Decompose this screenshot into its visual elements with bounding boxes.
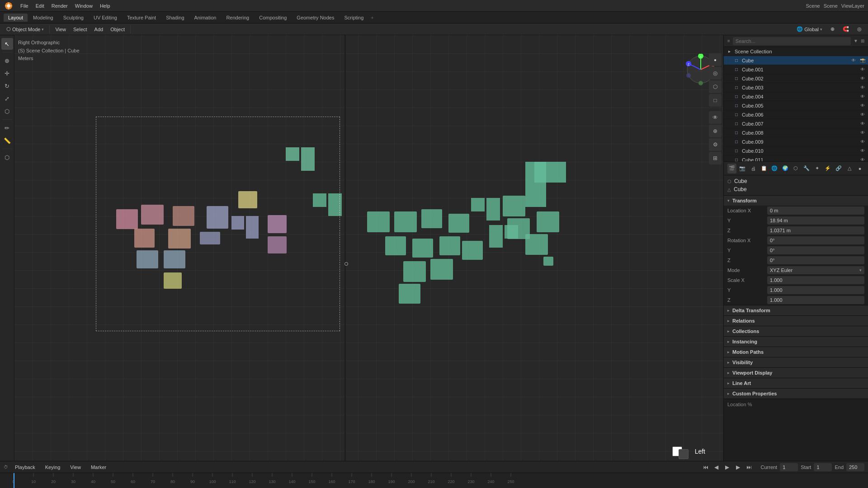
outliner-row-cube007[interactable]: □ Cube.007 👁 — [724, 119, 868, 128]
tool-measure[interactable]: 📏 — [1, 135, 13, 146]
cube010-eye[interactable]: 👁 — [859, 148, 866, 153]
viewport-material-btn[interactable]: ◎ — [709, 67, 722, 80]
viewport[interactable]: Right Orthographic (S) Scene Collection … — [14, 35, 723, 461]
tab-sculpting[interactable]: Sculpting — [59, 14, 88, 22]
outliner-row-cube003[interactable]: □ Cube.003 👁 — [724, 83, 868, 92]
tab-rendering[interactable]: Rendering — [222, 14, 254, 22]
custom-props-header[interactable]: ▸ Custom Properties — [724, 389, 868, 399]
props-tab-world[interactable]: 🌍 — [781, 164, 790, 174]
outliner-row-cube011[interactable]: □ Cube.011 👁 — [724, 155, 868, 162]
timeline-playhead[interactable] — [14, 473, 14, 488]
outliner-row-cube008[interactable]: □ Cube.008 👁 — [724, 128, 868, 137]
tool-rotate[interactable]: ↻ — [1, 80, 13, 92]
tab-compositing[interactable]: Compositing — [255, 14, 291, 22]
outliner-row-cube[interactable]: □ Cube 👁 📸 — [724, 56, 868, 65]
tool-cursor[interactable]: ⊕ — [1, 55, 13, 66]
props-tab-constraints[interactable]: 🔗 — [834, 164, 843, 174]
cube001-eye[interactable]: 👁 — [859, 67, 866, 72]
outliner-row-scene-collection[interactable]: ▸ Scene Collection — [724, 47, 868, 56]
cube011-eye[interactable]: 👁 — [859, 157, 866, 162]
cube002-eye[interactable]: 👁 — [859, 76, 866, 81]
outliner-row-cube002[interactable]: □ Cube.002 👁 — [724, 74, 868, 83]
viewport-overlay-btn[interactable]: 👁 — [709, 111, 722, 124]
props-tab-material[interactable]: ● — [855, 164, 864, 174]
outliner-filter-icon[interactable]: ▼ — [854, 38, 858, 43]
timeline-view-menu[interactable]: View — [67, 464, 84, 471]
tool-scale[interactable]: ⤢ — [1, 93, 13, 104]
outliner-row-cube004[interactable]: □ Cube.004 👁 — [724, 92, 868, 101]
props-tab-data[interactable]: △ — [845, 164, 854, 174]
cube006-eye[interactable]: 👁 — [859, 112, 866, 117]
props-tab-modifier[interactable]: 🔧 — [802, 164, 811, 174]
outliner-row-cube009[interactable]: □ Cube.009 👁 — [724, 137, 868, 146]
snap-btn[interactable]: 🧲 — [840, 25, 852, 33]
outliner-row-cube005[interactable]: □ Cube.005 👁 — [724, 101, 868, 110]
object-mode-btn[interactable]: ⬡ Object Mode ▾ — [4, 25, 47, 33]
menu-help[interactable]: Help — [97, 2, 113, 9]
pivot-btn[interactable]: ⊕ — [828, 25, 837, 33]
cube003-eye[interactable]: 👁 — [859, 85, 866, 90]
proportional-btn[interactable]: ◎ — [854, 25, 864, 33]
timeline-marker-menu[interactable]: Marker — [88, 464, 109, 471]
relations-header[interactable]: ▸ Relations — [724, 316, 868, 326]
viewport-display-header[interactable]: ▸ Viewport Display — [724, 368, 868, 378]
cube005-eye[interactable]: 👁 — [859, 103, 866, 108]
blender-logo-icon[interactable] — [4, 1, 14, 11]
current-frame-field[interactable]: 1 — [780, 463, 798, 471]
viewport-solid-btn[interactable]: ⬡ — [709, 80, 722, 93]
tab-animation[interactable]: Animation — [190, 14, 221, 22]
jump-start-btn[interactable]: ⏮ — [701, 463, 710, 472]
props-tab-scene[interactable]: 🎬 — [727, 164, 736, 174]
cube008-eye[interactable]: 👁 — [859, 130, 866, 135]
delta-transform-header[interactable]: ▸ Delta Transform — [724, 305, 868, 315]
cube009-eye[interactable]: 👁 — [859, 139, 866, 144]
tool-select[interactable]: ↖ — [1, 38, 13, 50]
location-z-field[interactable]: 1.0371 m — [767, 226, 864, 235]
viewport-grid-btn[interactable]: ⊞ — [709, 152, 722, 164]
rotation-x-field[interactable]: 0° — [767, 236, 864, 244]
menu-window[interactable]: Window — [72, 2, 96, 9]
cube-visibility-icon[interactable]: 👁 — [850, 58, 857, 63]
tool-move[interactable]: ✛ — [1, 67, 13, 79]
timeline-bar[interactable]: 0 10 20 30 40 50 60 70 80 90 100 110 120 — [0, 473, 868, 488]
props-tab-object[interactable]: ⬡ — [792, 164, 801, 174]
props-tab-view-layer[interactable]: 📋 — [760, 164, 769, 174]
props-tab-render[interactable]: 📷 — [738, 164, 747, 174]
select-menu[interactable]: Select — [71, 26, 90, 33]
add-menu[interactable]: Add — [92, 26, 106, 33]
rotation-y-field[interactable]: 0° — [767, 246, 864, 254]
tab-modeling[interactable]: Modeling — [28, 14, 58, 22]
viewport-render-btn[interactable]: ● — [709, 53, 722, 66]
props-tab-output[interactable]: 🖨 — [749, 164, 758, 174]
next-frame-btn[interactable]: ▶ — [734, 463, 743, 472]
global-dropdown[interactable]: 🌐 Global ▾ — [794, 25, 825, 33]
timeline-playback-menu[interactable]: Playback — [12, 464, 38, 471]
viewport-gizmo-btn[interactable]: ⊕ — [709, 125, 722, 137]
tab-scripting[interactable]: Scripting — [340, 14, 368, 22]
location-x-field[interactable]: 0 m — [767, 206, 864, 215]
scale-y-field[interactable]: 1.000 — [767, 286, 864, 294]
timeline-keying-menu[interactable]: Keying — [42, 464, 64, 471]
rotation-mode-select[interactable]: XYZ Euler ▾ — [767, 266, 864, 274]
outliner-row-cube010[interactable]: □ Cube.010 👁 — [724, 146, 868, 155]
add-workspace-btn[interactable]: + — [371, 15, 373, 20]
view-menu[interactable]: View — [52, 26, 69, 33]
viewport-divider[interactable] — [344, 35, 346, 461]
visibility-header[interactable]: ▸ Visibility — [724, 357, 868, 367]
props-tab-scene-props[interactable]: 🌐 — [770, 164, 779, 174]
start-frame-field[interactable]: 1 — [814, 463, 832, 471]
tab-geometry-nodes[interactable]: Geometry Nodes — [292, 14, 339, 22]
tab-layout[interactable]: Layout — [4, 14, 28, 22]
play-btn[interactable]: ▶ — [723, 463, 732, 472]
viewport-wire-btn[interactable]: □ — [709, 94, 722, 107]
tool-add[interactable]: ⬡ — [1, 151, 13, 163]
menu-edit[interactable]: Edit — [33, 2, 47, 9]
tool-transform[interactable]: ⬡ — [1, 105, 13, 117]
jump-end-btn[interactable]: ⏭ — [745, 463, 754, 472]
tab-uv-editing[interactable]: UV Editing — [89, 14, 122, 22]
cube004-eye[interactable]: 👁 — [859, 94, 866, 99]
outliner-options-icon[interactable]: ⊞ — [861, 38, 864, 43]
outliner-row-cube001[interactable]: □ Cube.001 👁 — [724, 65, 868, 74]
background-color-swatch[interactable] — [679, 449, 689, 459]
object-menu[interactable]: Object — [108, 26, 127, 33]
